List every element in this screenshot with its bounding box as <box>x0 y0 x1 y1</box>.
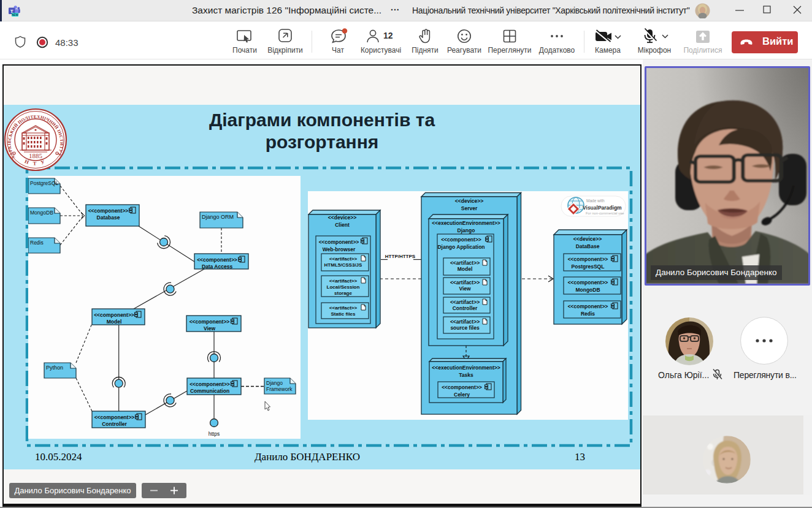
svg-text:<<device>>: <<device>> <box>455 198 483 204</box>
svg-text:<<artifact>>: <<artifact>> <box>450 279 480 286</box>
svg-text:<<artifact>>: <<artifact>> <box>450 299 480 305</box>
svg-text:storage: storage <box>334 290 352 296</box>
svg-text:View: View <box>204 325 216 332</box>
svg-text:Communication: Communication <box>190 388 229 394</box>
svg-text:<<executionEnvironment>>: <<executionEnvironment>> <box>432 220 500 226</box>
svg-text:Database: Database <box>97 214 120 221</box>
svg-text:Made with: Made with <box>586 199 605 203</box>
svg-text:<<component>>: <<component>> <box>190 319 230 325</box>
svg-text:MongoDB: MongoDB <box>30 210 53 216</box>
svg-text:<<executionEnvironment>>: <<executionEnvironment>> <box>432 365 500 371</box>
svg-text:<<artifact>>: <<artifact>> <box>329 256 358 262</box>
svg-text:DataBase: DataBase <box>576 243 600 249</box>
svg-text:<<component>>: <<component>> <box>319 239 359 245</box>
svg-text:Local/Session: Local/Session <box>327 284 360 290</box>
svg-text:Controller: Controller <box>102 421 127 427</box>
svg-text:HTTP/HTTPS: HTTP/HTTPS <box>385 254 416 259</box>
svg-text:HTML5/CSS3/JS: HTML5/CSS3/JS <box>324 262 362 268</box>
svg-text:<<component>>: <<component>> <box>568 256 608 262</box>
svg-text:<<component>>: <<component>> <box>197 257 237 263</box>
svg-text:Framework: Framework <box>266 386 293 392</box>
svg-text:NEW: NEW <box>12 13 18 17</box>
svg-text:<<artifact>>: <<artifact>> <box>329 278 358 284</box>
svg-text:<<device>>: <<device>> <box>573 236 602 242</box>
svg-text:<<component>>: <<component>> <box>94 414 135 420</box>
svg-text:Redis: Redis <box>30 240 44 246</box>
svg-text:Django: Django <box>266 380 283 386</box>
svg-text:<<artifact>>: <<artifact>> <box>450 260 480 266</box>
svg-text:Redis: Redis <box>581 311 595 317</box>
svg-text:<<component>>: <<component>> <box>190 381 230 387</box>
svg-text:Model: Model <box>107 319 122 325</box>
svg-text:Client: Client <box>335 222 350 228</box>
svg-text:For non-commercial use: For non-commercial use <box>586 211 624 215</box>
svg-text:<<device>>: <<device>> <box>328 214 356 221</box>
svg-text:Data Access: Data Access <box>202 263 233 270</box>
svg-text:<<component>>: <<component>> <box>442 384 482 390</box>
svg-text:Static files: Static files <box>331 311 356 317</box>
svg-text:source files: source files <box>450 325 480 331</box>
svg-text:Django Application: Django Application <box>437 244 485 250</box>
svg-text:<<component>>: <<component>> <box>568 279 608 286</box>
svg-text:<<artifact>>: <<artifact>> <box>450 319 480 325</box>
svg-text:Django ORM: Django ORM <box>202 214 234 220</box>
svg-text:<<component>>: <<component>> <box>94 312 134 318</box>
svg-text:<<component>>: <<component>> <box>568 303 608 309</box>
svg-text:Controller: Controller <box>453 305 478 311</box>
svg-text:Tasks: Tasks <box>459 372 473 378</box>
svg-text:1885: 1885 <box>29 152 43 159</box>
svg-text:Model: Model <box>458 266 473 272</box>
svg-text:Django: Django <box>458 227 475 233</box>
svg-text:<<artifact>>: <<artifact>> <box>329 305 358 311</box>
svg-text:<<component>>: <<component>> <box>88 208 129 214</box>
svg-text:Python: Python <box>46 365 63 371</box>
svg-text:View: View <box>459 286 471 292</box>
svg-text:Celery: Celery <box>454 392 470 398</box>
svg-text:VisualParadigm: VisualParadigm <box>583 205 622 211</box>
svg-text:https: https <box>209 431 220 437</box>
svg-text:<<component>>: <<component>> <box>441 237 481 243</box>
svg-text:PostgreSQL: PostgreSQL <box>30 180 59 186</box>
svg-text:Web-browser: Web-browser <box>323 246 356 252</box>
svg-text:MongoDB: MongoDB <box>575 287 600 293</box>
svg-text:Server: Server <box>461 205 478 211</box>
svg-text:PostgresSQL: PostgresSQL <box>572 263 605 270</box>
